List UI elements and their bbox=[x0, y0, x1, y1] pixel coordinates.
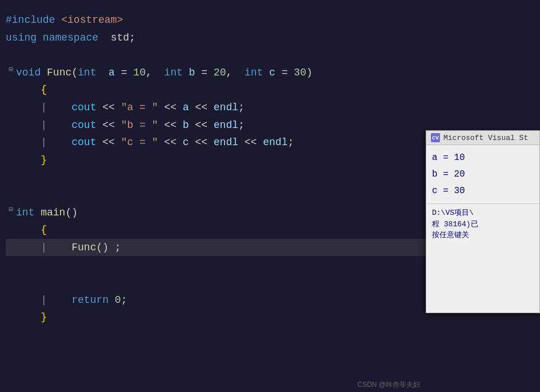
code-editor: #include <iostream>using namespace std; … bbox=[0, 0, 540, 392]
code-row-4: ⊟void Func(int a = 10, int b = 20, int c… bbox=[6, 64, 529, 82]
watermark: CSDN @咔赤菲夫妇 bbox=[357, 380, 420, 390]
code-row-6: | cout << "a = " << a << endl; bbox=[6, 99, 529, 117]
fold-btn-15 bbox=[6, 256, 16, 274]
output-line-1: a = 10 bbox=[432, 150, 534, 166]
fold-btn-17 bbox=[6, 291, 16, 309]
code-row-3 bbox=[6, 46, 529, 64]
fold-btn-12[interactable]: ⊟ bbox=[6, 204, 16, 222]
output-title: Microsoft Visual St bbox=[443, 134, 528, 142]
output-line-3: c = 30 bbox=[432, 183, 534, 199]
code-line-4: void Func(int a = 10, int b = 20, int c … bbox=[16, 64, 529, 82]
fold-btn-13 bbox=[6, 221, 16, 239]
code-row-2: using namespace std; bbox=[6, 29, 529, 47]
fold-btn-6 bbox=[6, 99, 16, 117]
fold-btn-4[interactable]: ⊟ bbox=[6, 64, 16, 82]
output-window: cv Microsoft Visual St a = 10 b = 20 c =… bbox=[426, 130, 540, 313]
output-titlebar: cv Microsoft Visual St bbox=[426, 131, 539, 145]
code-line-2: using namespace std; bbox=[6, 29, 529, 47]
fold-btn-8 bbox=[6, 134, 16, 151]
output-body: a = 10 b = 20 c = 30 bbox=[426, 145, 539, 203]
output-footer-3: 按任意键关 bbox=[432, 230, 534, 241]
code-line-5: { bbox=[16, 81, 529, 99]
fold-btn-14 bbox=[6, 239, 16, 257]
output-footer-1: D:\VS项目\ bbox=[432, 207, 534, 219]
code-row-1: #include <iostream> bbox=[6, 11, 529, 29]
code-line-1: #include <iostream> bbox=[6, 11, 529, 29]
code-row-5: { bbox=[6, 81, 529, 99]
fold-btn-18 bbox=[6, 309, 16, 326]
output-line-2: b = 20 bbox=[432, 166, 534, 183]
output-footer-2: 程 38164)已 bbox=[432, 219, 534, 230]
code-line-3 bbox=[6, 46, 529, 64]
code-line-6: | cout << "a = " << a << endl; bbox=[16, 99, 529, 117]
fold-btn-9 bbox=[6, 151, 16, 169]
fold-btn-16 bbox=[6, 274, 16, 291]
vs-icon: cv bbox=[431, 133, 440, 142]
output-footer: D:\VS项目\ 程 38164)已 按任意键关 bbox=[426, 203, 539, 245]
fold-btn-7 bbox=[6, 117, 16, 134]
fold-btn-5 bbox=[6, 81, 16, 99]
